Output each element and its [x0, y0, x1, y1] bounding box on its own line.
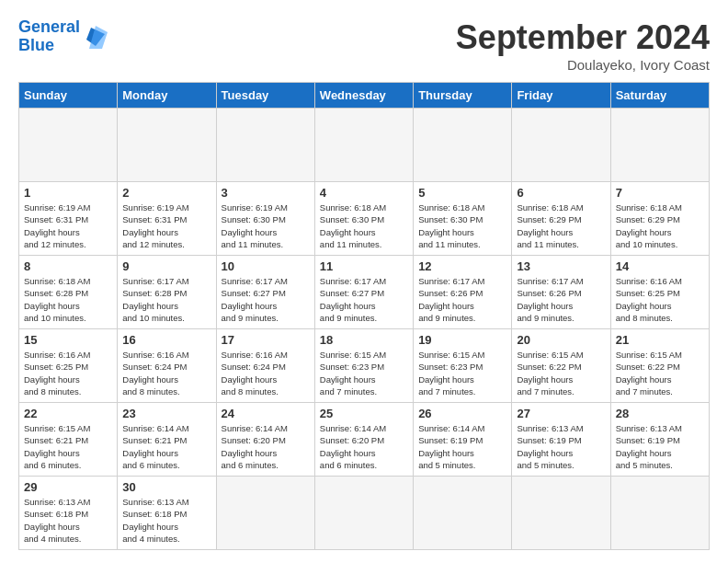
day-info: Sunrise: 6:18 AMSunset: 6:30 PMDaylight …: [320, 201, 408, 250]
header-sunday: Sunday: [19, 83, 118, 109]
day-info: Sunrise: 6:16 AMSunset: 6:25 PMDaylight …: [24, 349, 112, 397]
day-number: 17: [222, 333, 310, 347]
header-friday: Friday: [512, 83, 610, 109]
day-number: 16: [122, 333, 210, 347]
day-info: Sunrise: 6:19 AMSunset: 6:30 PMDaylight …: [222, 201, 310, 250]
calendar-day: 4Sunrise: 6:18 AMSunset: 6:30 PMDaylight…: [314, 182, 413, 256]
day-info: Sunrise: 6:16 AMSunset: 6:24 PMDaylight …: [122, 349, 210, 397]
calendar-day: 8Sunrise: 6:18 AMSunset: 6:28 PMDaylight…: [19, 256, 118, 329]
calendar-day: 5Sunrise: 6:18 AMSunset: 6:30 PMDaylight…: [414, 182, 512, 256]
calendar-day: 22Sunrise: 6:15 AMSunset: 6:21 PMDayligh…: [19, 403, 118, 477]
page-header: GeneralBlue September 2024 Doulayeko, Iv…: [18, 18, 710, 73]
day-info: Sunrise: 6:14 AMSunset: 6:20 PMDaylight …: [320, 422, 408, 471]
day-info: Sunrise: 6:17 AMSunset: 6:26 PMDaylight …: [418, 275, 506, 324]
logo-text: GeneralBlue: [18, 18, 80, 55]
calendar-day: 2Sunrise: 6:19 AMSunset: 6:31 PMDaylight…: [118, 182, 216, 256]
calendar-day: 19Sunrise: 6:15 AMSunset: 6:23 PMDayligh…: [414, 329, 512, 403]
calendar-day: [216, 477, 314, 550]
month-title: September 2024: [456, 18, 710, 57]
day-number: 18: [320, 333, 408, 347]
day-number: 26: [418, 407, 506, 420]
calendar-day: 7Sunrise: 6:18 AMSunset: 6:29 PMDaylight…: [610, 182, 709, 256]
day-info: Sunrise: 6:18 AMSunset: 6:28 PMDaylight …: [24, 275, 112, 324]
day-info: Sunrise: 6:14 AMSunset: 6:21 PMDaylight …: [122, 422, 210, 471]
day-number: 21: [616, 333, 704, 347]
day-number: 11: [320, 259, 408, 273]
day-number: 6: [517, 186, 605, 200]
day-number: 10: [222, 259, 310, 273]
day-number: 24: [222, 407, 310, 420]
day-number: 23: [122, 407, 210, 420]
calendar-day: 24Sunrise: 6:14 AMSunset: 6:20 PMDayligh…: [216, 403, 314, 477]
day-number: 12: [418, 259, 506, 273]
calendar-header-row: Sunday Monday Tuesday Wednesday Thursday…: [19, 83, 710, 109]
calendar-week-1: 1Sunrise: 6:19 AMSunset: 6:31 PMDaylight…: [19, 182, 710, 256]
calendar-day: 1Sunrise: 6:19 AMSunset: 6:31 PMDaylight…: [19, 182, 118, 256]
calendar-table: Sunday Monday Tuesday Wednesday Thursday…: [18, 82, 710, 550]
calendar-day: 28Sunrise: 6:13 AMSunset: 6:19 PMDayligh…: [610, 403, 709, 477]
day-number: 3: [222, 186, 310, 200]
header-wednesday: Wednesday: [314, 83, 413, 109]
calendar-day: 17Sunrise: 6:16 AMSunset: 6:24 PMDayligh…: [216, 329, 314, 403]
day-number: 20: [517, 333, 605, 347]
calendar-day: 3Sunrise: 6:19 AMSunset: 6:30 PMDaylight…: [216, 182, 314, 256]
logo-icon: [82, 23, 109, 51]
day-info: Sunrise: 6:19 AMSunset: 6:31 PMDaylight …: [122, 201, 210, 250]
calendar-day: [118, 109, 216, 182]
day-number: 13: [517, 259, 605, 273]
day-number: 15: [24, 333, 112, 347]
day-number: 8: [24, 259, 112, 273]
calendar-day: 27Sunrise: 6:13 AMSunset: 6:19 PMDayligh…: [512, 403, 610, 477]
header-saturday: Saturday: [610, 83, 709, 109]
calendar-week-0: [19, 109, 710, 182]
day-info: Sunrise: 6:17 AMSunset: 6:26 PMDaylight …: [517, 275, 605, 324]
day-info: Sunrise: 6:13 AMSunset: 6:19 PMDaylight …: [517, 422, 605, 471]
calendar-day: [512, 477, 610, 550]
calendar-day: [414, 477, 512, 550]
logo: GeneralBlue: [18, 18, 109, 55]
day-info: Sunrise: 6:16 AMSunset: 6:24 PMDaylight …: [222, 349, 310, 397]
calendar-day: [314, 477, 413, 550]
day-info: Sunrise: 6:19 AMSunset: 6:31 PMDaylight …: [24, 201, 112, 250]
calendar-day: 14Sunrise: 6:16 AMSunset: 6:25 PMDayligh…: [610, 256, 709, 329]
day-number: 30: [122, 480, 210, 494]
title-section: September 2024 Doulayeko, Ivory Coast: [456, 18, 710, 73]
header-tuesday: Tuesday: [216, 83, 314, 109]
calendar-day: 9Sunrise: 6:17 AMSunset: 6:28 PMDaylight…: [118, 256, 216, 329]
calendar-week-2: 8Sunrise: 6:18 AMSunset: 6:28 PMDaylight…: [19, 256, 710, 329]
calendar-week-5: 29Sunrise: 6:13 AMSunset: 6:18 PMDayligh…: [19, 477, 710, 550]
calendar-day: 26Sunrise: 6:14 AMSunset: 6:19 PMDayligh…: [414, 403, 512, 477]
calendar-week-3: 15Sunrise: 6:16 AMSunset: 6:25 PMDayligh…: [19, 329, 710, 403]
calendar-week-4: 22Sunrise: 6:15 AMSunset: 6:21 PMDayligh…: [19, 403, 710, 477]
day-info: Sunrise: 6:15 AMSunset: 6:23 PMDaylight …: [320, 349, 408, 397]
calendar-day: [216, 109, 314, 182]
calendar-day: 29Sunrise: 6:13 AMSunset: 6:18 PMDayligh…: [19, 477, 118, 550]
header-monday: Monday: [118, 83, 216, 109]
day-number: 19: [418, 333, 506, 347]
day-info: Sunrise: 6:17 AMSunset: 6:28 PMDaylight …: [122, 275, 210, 324]
day-info: Sunrise: 6:15 AMSunset: 6:23 PMDaylight …: [418, 349, 506, 397]
calendar-day: 21Sunrise: 6:15 AMSunset: 6:22 PMDayligh…: [610, 329, 709, 403]
day-info: Sunrise: 6:18 AMSunset: 6:30 PMDaylight …: [418, 201, 506, 250]
calendar-day: 15Sunrise: 6:16 AMSunset: 6:25 PMDayligh…: [19, 329, 118, 403]
calendar-day: 25Sunrise: 6:14 AMSunset: 6:20 PMDayligh…: [314, 403, 413, 477]
calendar-day: 12Sunrise: 6:17 AMSunset: 6:26 PMDayligh…: [414, 256, 512, 329]
day-info: Sunrise: 6:13 AMSunset: 6:18 PMDaylight …: [122, 496, 210, 545]
day-number: 28: [616, 407, 704, 420]
calendar-day: 16Sunrise: 6:16 AMSunset: 6:24 PMDayligh…: [118, 329, 216, 403]
day-info: Sunrise: 6:13 AMSunset: 6:19 PMDaylight …: [616, 422, 704, 471]
day-info: Sunrise: 6:15 AMSunset: 6:22 PMDaylight …: [616, 349, 704, 397]
day-info: Sunrise: 6:18 AMSunset: 6:29 PMDaylight …: [616, 201, 704, 250]
day-info: Sunrise: 6:14 AMSunset: 6:19 PMDaylight …: [418, 422, 506, 471]
day-info: Sunrise: 6:17 AMSunset: 6:27 PMDaylight …: [222, 275, 310, 324]
day-number: 29: [24, 480, 112, 494]
day-number: 27: [517, 407, 605, 420]
day-number: 1: [24, 186, 112, 200]
header-thursday: Thursday: [414, 83, 512, 109]
day-info: Sunrise: 6:15 AMSunset: 6:21 PMDaylight …: [24, 422, 112, 471]
calendar-day: [414, 109, 512, 182]
calendar-day: [314, 109, 413, 182]
day-info: Sunrise: 6:18 AMSunset: 6:29 PMDaylight …: [517, 201, 605, 250]
calendar-day: [610, 109, 709, 182]
day-info: Sunrise: 6:17 AMSunset: 6:27 PMDaylight …: [320, 275, 408, 324]
